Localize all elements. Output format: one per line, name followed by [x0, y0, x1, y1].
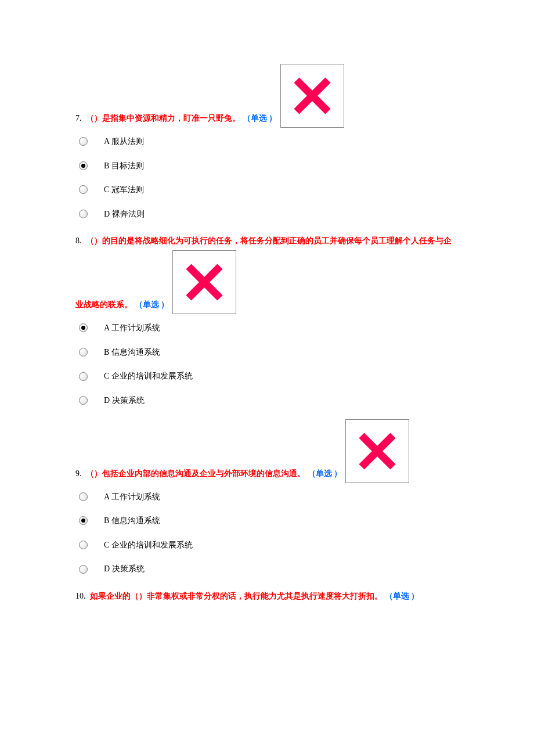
option-d[interactable]: D 决策系统	[79, 563, 499, 575]
radio-icon[interactable]	[79, 541, 88, 549]
question-number: 9.	[75, 469, 82, 478]
radio-icon[interactable]	[79, 492, 88, 501]
wrong-mark-icon	[172, 250, 236, 314]
question-stem: 7. （）是指集中资源和精力，盯准一只野兔。 （单选 ）	[75, 64, 499, 128]
radio-icon[interactable]	[79, 210, 88, 218]
option-list: A 工作计划系统 B 信息沟通系统 C 企业的培训和发展系统 D 决策系统	[75, 491, 499, 575]
radio-icon[interactable]	[79, 372, 88, 381]
question-9: 9. （）包括企业内部的信息沟通及企业与外部环境的信息沟通。 （单选 ） A 工…	[75, 419, 499, 575]
question-type-tag: （单选 ）	[135, 300, 169, 309]
question-stem: 8. （）的目的是将战略细化为可执行的任务，将任务分配到正确的员工并确保每个员工…	[75, 232, 499, 314]
question-stem: 10. 如果企业的（）非常集权或非常分权的话，执行能力尤其是执行速度将大打折扣。…	[75, 588, 499, 606]
radio-icon[interactable]	[79, 137, 88, 146]
option-c[interactable]: C 企业的培训和发展系统	[79, 539, 499, 551]
question-type-tag: （单选 ）	[243, 114, 277, 123]
question-number: 8.	[75, 236, 82, 245]
option-list: A 工作计划系统 B 信息沟通系统 C 企业的培训和发展系统 D 决策系统	[75, 322, 499, 406]
option-b[interactable]: B 信息沟通系统	[79, 347, 499, 358]
question-stem: 9. （）包括企业内部的信息沟通及企业与外部环境的信息沟通。 （单选 ）	[75, 419, 499, 483]
option-label: D 裸奔法则	[104, 208, 145, 220]
radio-icon[interactable]	[79, 323, 88, 332]
option-label: C 企业的培训和发展系统	[104, 370, 193, 382]
question-text: （）包括企业内部的信息沟通及企业与外部环境的信息沟通。	[86, 469, 305, 478]
option-a[interactable]: A 工作计划系统	[79, 322, 499, 334]
option-a[interactable]: A 工作计划系统	[79, 491, 499, 503]
option-c[interactable]: C 冠军法则	[79, 184, 499, 196]
question-10: 10. 如果企业的（）非常集权或非常分权的话，执行能力尤其是执行速度将大打折扣。…	[75, 588, 499, 606]
option-label: B 信息沟通系统	[104, 347, 160, 358]
question-text: （）是指集中资源和精力，盯准一只野兔。	[86, 114, 240, 123]
question-type-tag: （单选 ）	[385, 592, 420, 600]
option-label: B 信息沟通系统	[104, 515, 160, 527]
wrong-mark-icon	[345, 419, 409, 483]
radio-icon[interactable]	[79, 396, 88, 405]
question-7: 7. （）是指集中资源和精力，盯准一只野兔。 （单选 ） A 服从法则 B 目标…	[75, 64, 499, 219]
option-c[interactable]: C 企业的培训和发展系统	[79, 370, 499, 382]
radio-icon[interactable]	[79, 161, 88, 170]
question-type-tag: （单选 ）	[308, 469, 342, 478]
question-number: 10.	[75, 592, 86, 600]
option-label: B 目标法则	[104, 160, 144, 172]
option-d[interactable]: D 裸奔法则	[79, 208, 499, 220]
radio-icon[interactable]	[79, 348, 88, 357]
option-b[interactable]: B 信息沟通系统	[79, 515, 499, 527]
radio-icon[interactable]	[79, 565, 88, 574]
option-a[interactable]: A 服从法则	[79, 136, 499, 147]
option-d[interactable]: D 决策系统	[79, 395, 499, 406]
wrong-mark-icon	[280, 64, 344, 128]
option-list: A 服从法则 B 目标法则 C 冠军法则 D 裸奔法则	[75, 136, 499, 219]
option-label: D 决策系统	[104, 395, 145, 406]
option-b[interactable]: B 目标法则	[79, 160, 499, 172]
question-text-line2: 业战略的联系。	[75, 300, 132, 309]
question-text-line1: （）的目的是将战略细化为可执行的任务，将任务分配到正确的员工并确保每个员工理解个…	[86, 236, 452, 245]
radio-icon[interactable]	[79, 185, 88, 194]
option-label: A 工作计划系统	[104, 322, 160, 334]
question-number: 7.	[75, 114, 82, 123]
option-label: C 企业的培训和发展系统	[104, 539, 193, 551]
question-8: 8. （）的目的是将战略细化为可执行的任务，将任务分配到正确的员工并确保每个员工…	[75, 232, 499, 406]
option-label: A 工作计划系统	[104, 491, 160, 503]
radio-icon[interactable]	[79, 516, 88, 525]
option-label: D 决策系统	[104, 563, 145, 575]
question-text: 如果企业的（）非常集权或非常分权的话，执行能力尤其是执行速度将大打折扣。	[90, 592, 383, 600]
option-label: C 冠军法则	[104, 184, 144, 196]
option-label: A 服从法则	[104, 136, 144, 147]
